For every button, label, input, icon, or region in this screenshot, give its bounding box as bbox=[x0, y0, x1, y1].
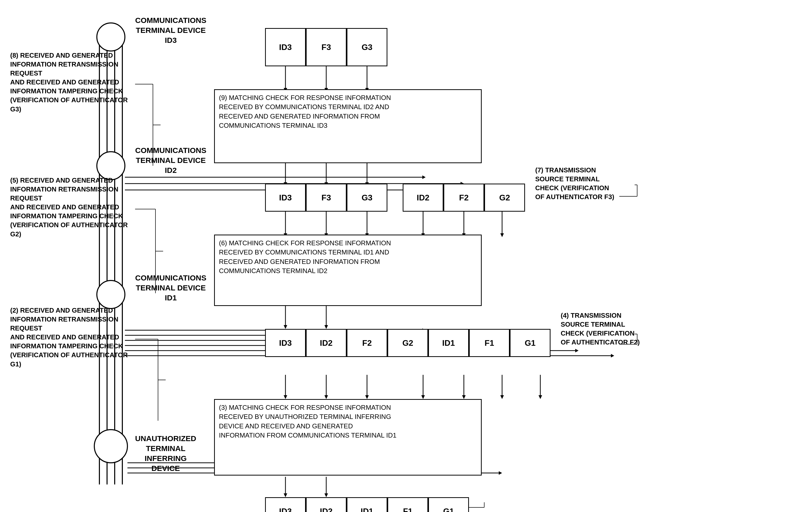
svg-marker-77 bbox=[499, 471, 502, 475]
step9-box: (9) MATCHING CHECK FOR RESPONSE INFORMAT… bbox=[214, 89, 482, 163]
box-id3-top: ID3 bbox=[265, 28, 306, 66]
svg-point-5 bbox=[97, 152, 125, 180]
terminal-id1-label: COMMUNICATIONSTERMINAL DEVICE ID1 bbox=[135, 273, 206, 303]
svg-point-4 bbox=[97, 23, 125, 51]
svg-marker-21 bbox=[422, 175, 426, 179]
step8-label: (8) RECEIVED AND GENERATEDINFORMATION RE… bbox=[10, 51, 135, 114]
box-id3-mid-upper: ID3 bbox=[265, 183, 306, 211]
box-f3-mid-upper: F3 bbox=[306, 183, 347, 211]
box-f1-mid-lower: F1 bbox=[469, 329, 510, 357]
svg-marker-53 bbox=[611, 354, 614, 358]
svg-marker-57 bbox=[324, 395, 328, 399]
svg-marker-59 bbox=[365, 395, 369, 399]
box-id3-bottom: ID3 bbox=[265, 497, 306, 512]
svg-marker-41 bbox=[324, 325, 328, 329]
box-id2-mid-upper: ID2 bbox=[403, 183, 443, 211]
box-g3-top: G3 bbox=[347, 28, 387, 66]
terminal-unauth-label: UNAUTHORIZED TERMINALINFERRING DEVICE bbox=[130, 433, 201, 473]
box-id2-bottom: ID2 bbox=[306, 497, 347, 512]
box-g3-mid-upper: G3 bbox=[347, 183, 387, 211]
svg-point-6 bbox=[97, 281, 125, 309]
box-f1-bottom: F1 bbox=[387, 497, 428, 512]
box-f3-top: F3 bbox=[306, 28, 347, 66]
box-g2-mid-lower: G2 bbox=[387, 329, 428, 357]
step5-label: (5) RECEIVED AND GENERATEDINFORMATION RE… bbox=[10, 176, 135, 239]
step7-label: (7) TRANSMISSIONSOURCE TERMINALCHECK (VE… bbox=[535, 166, 642, 201]
step3-box: (3) MATCHING CHECK FOR RESPONSE INFORMAT… bbox=[214, 399, 482, 476]
terminal-id2-label: COMMUNICATIONSTERMINAL DEVICE ID2 bbox=[135, 145, 206, 175]
step4-label: (4) TRANSMISSIONSOURCE TERMINALCHECK (VE… bbox=[561, 311, 668, 347]
box-id3-mid-lower: ID3 bbox=[265, 329, 306, 357]
box-g1-bottom: G1 bbox=[428, 497, 469, 512]
box-f2-mid-lower: F2 bbox=[347, 329, 387, 357]
svg-marker-65 bbox=[500, 395, 504, 399]
svg-point-7 bbox=[94, 430, 127, 463]
step6-box: (6) MATCHING CHECK FOR RESPONSE INFORMAT… bbox=[214, 234, 482, 306]
diagram: COMMUNICATIONSTERMINAL DEVICE ID3 COMMUN… bbox=[0, 0, 812, 512]
step2-label: (2) RECEIVED AND GENERATEDINFORMATION RE… bbox=[10, 306, 135, 369]
svg-marker-55 bbox=[284, 395, 287, 399]
svg-marker-39 bbox=[284, 325, 287, 329]
svg-marker-61 bbox=[421, 395, 425, 399]
svg-marker-71 bbox=[324, 493, 328, 497]
svg-marker-67 bbox=[539, 395, 542, 399]
svg-marker-63 bbox=[462, 395, 466, 399]
box-g1-mid-lower: G1 bbox=[510, 329, 551, 357]
svg-marker-69 bbox=[284, 493, 287, 497]
terminal-id3-label: COMMUNICATIONSTERMINAL DEVICE ID3 bbox=[135, 15, 206, 45]
svg-marker-51 bbox=[575, 349, 579, 352]
box-id2-mid-lower: ID2 bbox=[306, 329, 347, 357]
box-id1-bottom: ID1 bbox=[347, 497, 387, 512]
box-f2-mid-upper: F2 bbox=[443, 183, 484, 211]
svg-marker-37 bbox=[500, 233, 504, 237]
box-g2-mid-upper: G2 bbox=[484, 183, 525, 211]
box-id1-mid-lower: ID1 bbox=[428, 329, 469, 357]
